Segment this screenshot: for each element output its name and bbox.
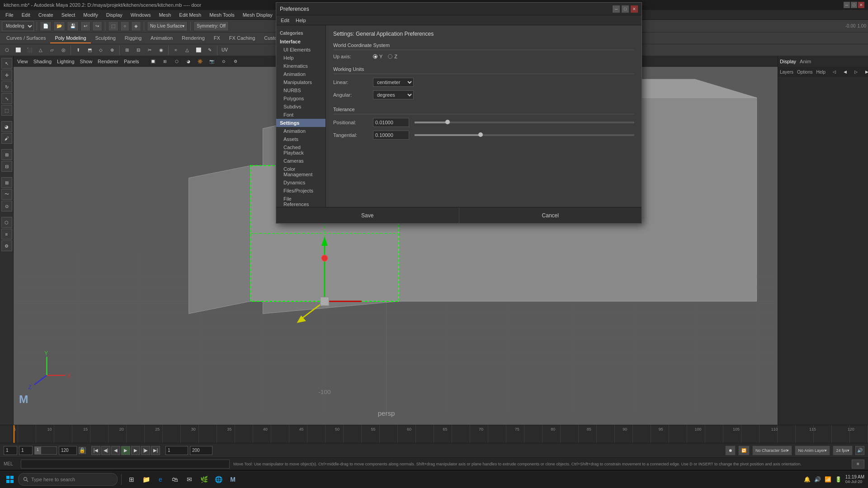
- quick-layout-button[interactable]: ⊞: [1, 149, 12, 160]
- loop-cut-button[interactable]: ⊞: [122, 45, 132, 55]
- taskbar-volume-icon[interactable]: 🔊: [814, 476, 821, 483]
- menu-create[interactable]: Create: [35, 11, 57, 19]
- range-end-field[interactable]: [190, 446, 212, 455]
- menu-modify[interactable]: Modify: [80, 11, 101, 19]
- rpanel-tab-anim[interactable]: Anim: [800, 59, 811, 64]
- tab-rendering[interactable]: Rendering: [177, 33, 209, 43]
- no-character-set-dropdown[interactable]: No Character Set ▾: [752, 446, 793, 455]
- poly-cylinder-button[interactable]: ⬛: [24, 45, 34, 55]
- cat-subdivs[interactable]: Subdivs: [276, 103, 326, 111]
- tool-settings-button[interactable]: ⚙: [1, 240, 12, 251]
- viewport-menu-renderer[interactable]: Renderer: [98, 59, 118, 64]
- poly-cube-button[interactable]: ⬜: [13, 45, 23, 55]
- cat-files-projects[interactable]: Files/Projects: [276, 187, 326, 195]
- paint-select-button[interactable]: 🖌: [1, 133, 12, 144]
- poly-plane-button[interactable]: ▱: [47, 45, 57, 55]
- frame-thumb[interactable]: 1: [34, 446, 57, 455]
- taskbar-network-icon[interactable]: 📶: [825, 476, 831, 483]
- taskbar-app1[interactable]: 🌿: [198, 473, 210, 486]
- minimize-button[interactable]: ─: [844, 2, 850, 8]
- vp-icon-7[interactable]: ⊙: [219, 56, 229, 66]
- rpanel-rewind-button[interactable]: ◀: [840, 67, 850, 77]
- rpanel-menu-help[interactable]: Help: [816, 70, 826, 75]
- playhead[interactable]: [14, 425, 14, 443]
- tab-animation[interactable]: Animation: [146, 33, 177, 43]
- vp-icon-6[interactable]: 📷: [207, 56, 217, 66]
- rpanel-forward-button[interactable]: ▶: [862, 67, 868, 77]
- taskbar-chrome[interactable]: 🌐: [212, 473, 225, 486]
- prefs-radio-y[interactable]: Y: [373, 54, 382, 59]
- close-button[interactable]: ✕: [858, 2, 864, 8]
- skip-start-button[interactable]: |◀: [91, 446, 100, 455]
- prefs-menu-help[interactable]: Help: [293, 17, 309, 24]
- undo-button[interactable]: ↩: [80, 21, 90, 31]
- menu-edit-mesh[interactable]: Edit Mesh: [175, 11, 205, 19]
- range-start-field[interactable]: [165, 446, 188, 455]
- prefs-save-button[interactable]: Save: [276, 207, 459, 223]
- multi-cut-button[interactable]: ✂: [145, 45, 155, 55]
- frame-end-field[interactable]: [59, 446, 77, 455]
- preferences-window[interactable]: Preferences ─ □ ✕ Edit Help Categories I…: [276, 2, 642, 224]
- cat-animation-ui[interactable]: Animation: [276, 70, 326, 78]
- tab-poly-modeling[interactable]: Poly Modeling: [50, 33, 90, 43]
- skip-end-button[interactable]: ▶|: [151, 446, 160, 455]
- taskbar-search-box[interactable]: Type here to search: [18, 473, 118, 486]
- soft-select-button[interactable]: ◕: [1, 121, 12, 132]
- tab-curves-surfaces[interactable]: Curves / Surfaces: [2, 33, 50, 43]
- node-editor-button[interactable]: ⬡: [1, 217, 12, 228]
- sculpt-button[interactable]: ✎: [205, 45, 215, 55]
- vp-icon-3[interactable]: ⬡: [172, 56, 182, 66]
- menu-mesh-display[interactable]: Mesh Display: [239, 11, 276, 19]
- cat-manipulators[interactable]: Manipulators: [276, 78, 326, 86]
- menu-select[interactable]: Select: [58, 11, 79, 19]
- menu-windows[interactable]: Windows: [127, 11, 155, 19]
- cat-assets[interactable]: Assets: [276, 135, 326, 143]
- no-anim-layer-dropdown[interactable]: No Anim Layer ▾: [795, 446, 830, 455]
- script-editor-button[interactable]: ≡: [852, 460, 864, 469]
- smooth-button[interactable]: ≈: [171, 45, 181, 55]
- cat-interface[interactable]: Interface: [276, 38, 326, 46]
- prev-frame-button[interactable]: ◀: [111, 446, 120, 455]
- transform-tool-button[interactable]: ⬚: [1, 105, 12, 116]
- extrude-button[interactable]: ⬆: [73, 45, 83, 55]
- taskbar-edge[interactable]: e: [154, 473, 167, 486]
- cat-font[interactable]: Font: [276, 111, 326, 119]
- four-view-button[interactable]: ⊟: [1, 161, 12, 172]
- cycle-button[interactable]: 🔁: [738, 446, 750, 455]
- fill-hole-button[interactable]: ◉: [156, 45, 166, 55]
- cat-cameras[interactable]: Cameras: [276, 157, 326, 165]
- timeline[interactable]: 510152025 3035404550 5560657075 80859095…: [0, 425, 868, 443]
- tab-fx-caching[interactable]: FX Caching: [225, 33, 259, 43]
- symmetry-button[interactable]: Symmetry: Off: [193, 21, 229, 31]
- menu-mesh-tools[interactable]: Mesh Tools: [206, 11, 238, 19]
- bridge-button[interactable]: ⬒: [85, 45, 94, 55]
- taskbar-file-explorer[interactable]: ⊞: [125, 473, 138, 486]
- rpanel-menu-layers[interactable]: Layers: [780, 70, 793, 75]
- vp-icon-5[interactable]: 🔆: [195, 56, 205, 66]
- redo-button[interactable]: ↪: [92, 21, 102, 31]
- prefs-positional-slider[interactable]: [415, 122, 634, 123]
- prefs-menu-edit[interactable]: Edit: [278, 17, 292, 24]
- prefs-positional-input[interactable]: [373, 118, 409, 127]
- menu-edit[interactable]: Edit: [18, 11, 34, 19]
- bevel-button[interactable]: ◇: [96, 45, 106, 55]
- snap-point-button[interactable]: ⊙: [1, 201, 12, 211]
- poly-cone-button[interactable]: △: [36, 45, 46, 55]
- viewport-menu-show[interactable]: Show: [80, 59, 93, 64]
- attribute-editor-button[interactable]: ≡: [1, 229, 12, 239]
- frame-end-lock[interactable]: 🔒: [79, 447, 86, 454]
- tab-sculpting[interactable]: Sculpting: [91, 33, 120, 43]
- cat-settings[interactable]: Settings: [276, 119, 326, 127]
- save-button[interactable]: 💾: [67, 21, 79, 31]
- cat-color-management[interactable]: Color Management: [276, 165, 326, 178]
- snap-grid-button[interactable]: ⊞: [1, 177, 12, 188]
- taskbar-battery-icon[interactable]: 🔋: [835, 476, 842, 483]
- prefs-close-button[interactable]: ✕: [631, 5, 638, 13]
- cat-kinematics[interactable]: Kinematics: [276, 62, 326, 70]
- vp-icon-1[interactable]: 🔲: [148, 56, 158, 66]
- prefs-minimize-button[interactable]: ─: [613, 5, 620, 13]
- maximize-button[interactable]: □: [851, 2, 857, 8]
- tab-rigging[interactable]: Rigging: [120, 33, 146, 43]
- next-key-button[interactable]: |▶: [141, 446, 150, 455]
- mel-input[interactable]: [21, 460, 230, 469]
